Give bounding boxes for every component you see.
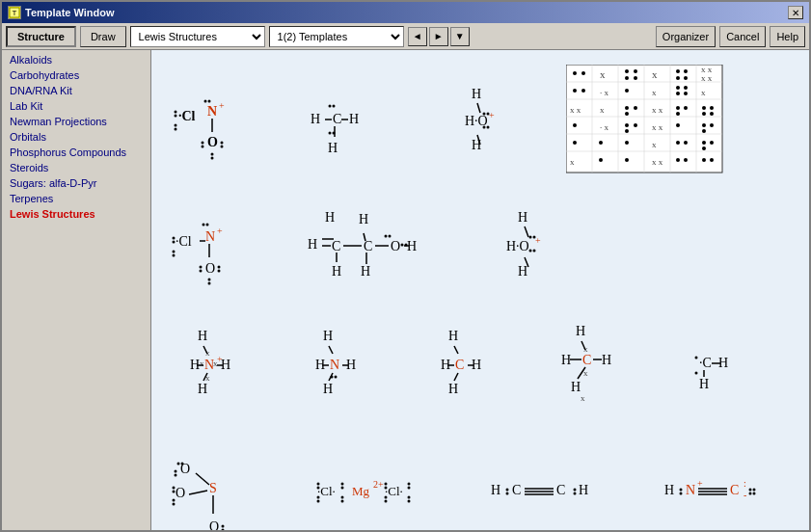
organizer-button[interactable]: Organizer (656, 26, 716, 47)
sidebar-item-alkaloids[interactable]: Alkaloids (2, 52, 150, 67)
svg-point-243 (341, 496, 344, 499)
svg-text:-: - (743, 490, 746, 500)
svg-point-117 (173, 241, 176, 244)
molecule-so3[interactable]: O S O O (171, 435, 267, 530)
svg-point-250 (385, 496, 388, 499)
svg-point-211 (695, 357, 698, 359)
svg-point-57 (634, 76, 637, 80)
svg-text:x x: x x (652, 122, 663, 132)
svg-text:N: N (207, 104, 217, 119)
svg-text:H: H (472, 138, 481, 152)
svg-point-240 (317, 500, 320, 503)
svg-point-5 (175, 123, 177, 126)
template-count-dropdown[interactable]: 1(2) Templates (269, 26, 404, 47)
svg-point-248 (385, 483, 388, 486)
molecule-cln[interactable]: ·Cl N + O (171, 77, 248, 167)
molecule-hcch[interactable]: H C C H (489, 464, 614, 515)
svg-point-81 (676, 106, 680, 110)
svg-text:+: + (217, 226, 223, 236)
down-arrow[interactable]: ▼ (450, 27, 470, 46)
molecule-hch[interactable]: C H H H (296, 77, 383, 167)
svg-point-82 (684, 106, 688, 110)
svg-point-35 (483, 125, 486, 128)
molecule-row-2: ·Cl N + O (161, 193, 799, 302)
sidebar-item-sugars[interactable]: Sugars: alfa-D-Pyr (2, 175, 150, 191)
svg-point-66 (581, 89, 585, 93)
sidebar-item-dna[interactable]: DNA/RNA Kit (2, 83, 150, 98)
cancel-button[interactable]: Cancel (719, 26, 766, 47)
svg-point-119 (173, 254, 176, 257)
sidebar-item-labkit[interactable]: Lab Kit (2, 98, 150, 114)
molecule-ch4[interactable]: H H C H H (421, 321, 499, 411)
svg-point-14 (221, 141, 224, 144)
svg-point-145 (401, 244, 404, 247)
svg-text:H: H (664, 483, 674, 497)
svg-point-118 (173, 251, 176, 253)
toolbar: Structure Draw Lewis Structures 1(2) Tem… (2, 23, 809, 50)
svg-point-97 (702, 129, 706, 133)
molecule-nh3[interactable]: H H N H H (296, 321, 373, 411)
svg-point-227 (173, 503, 176, 506)
sidebar-item-lewis[interactable]: Lewis Structures (2, 206, 150, 222)
draw-tab[interactable]: Draw (80, 26, 126, 47)
svg-line-162 (525, 226, 528, 237)
svg-point-62 (684, 76, 688, 80)
svg-text:H: H (332, 264, 341, 279)
help-button[interactable]: Help (770, 26, 805, 47)
close-button[interactable]: ✕ (788, 6, 803, 19)
navigation-arrows: ◄ ► ▼ (408, 27, 470, 46)
molecule-clmgcl[interactable]: ·Cl· Mg 2+ ·Cl· (315, 459, 441, 519)
template-dropdown[interactable]: Lewis Structures (130, 26, 265, 47)
electron-grid[interactable]: x x x x x x (566, 65, 725, 178)
svg-point-6 (175, 127, 177, 130)
molecule-nh4[interactable]: H H N + H x x x x H (171, 321, 248, 411)
svg-point-255 (408, 500, 411, 503)
sidebar-item-newman[interactable]: Newman Projections (2, 114, 150, 129)
svg-text:C: C (730, 483, 739, 497)
svg-point-122 (203, 224, 205, 226)
sidebar-item-phosphorus[interactable]: Phosphorus Compounds (2, 145, 150, 160)
molecule-ch3[interactable]: H H C H x x H x (547, 316, 634, 415)
svg-text:H: H (472, 87, 481, 101)
svg-point-102 (676, 141, 680, 145)
svg-text:O: O (391, 239, 400, 253)
prev-arrow[interactable]: ◄ (408, 27, 427, 46)
svg-text:H·O: H·O (506, 239, 529, 253)
svg-point-72 (676, 92, 680, 95)
next-arrow[interactable]: ► (429, 27, 448, 46)
svg-text:·C: ·C (699, 356, 712, 370)
svg-text:H: H (448, 329, 458, 343)
molecule-water[interactable]: H H·O + H (431, 77, 518, 167)
svg-point-114 (710, 158, 714, 162)
svg-point-129 (208, 279, 211, 281)
svg-text:H: H (311, 112, 320, 126)
sidebar-item-carbohydrates[interactable]: Carbohydrates (2, 67, 150, 83)
svg-point-280 (753, 489, 756, 492)
svg-point-13 (202, 145, 204, 147)
svg-text:+: + (489, 110, 495, 120)
svg-text:H: H (361, 264, 370, 279)
svg-text:H: H (325, 210, 335, 225)
svg-text:x x: x x (701, 73, 713, 83)
svg-point-71 (684, 86, 688, 90)
sidebar-item-terpenes[interactable]: Terpenes (2, 191, 150, 206)
molecule-ho2[interactable]: H H·O + H (479, 202, 566, 292)
content-area[interactable]: ·Cl N + O (151, 50, 809, 530)
svg-text:H: H (491, 483, 500, 497)
svg-point-254 (408, 496, 411, 499)
sidebar-item-orbitals[interactable]: Orbitals (2, 129, 150, 145)
svg-point-78 (634, 106, 637, 110)
svg-point-77 (625, 106, 629, 110)
svg-point-59 (676, 69, 680, 73)
molecule-cln2[interactable]: ·Cl N + O (171, 198, 257, 297)
svg-point-257 (506, 489, 509, 492)
molecule-ch[interactable]: ·C H H (682, 321, 740, 411)
sidebar-item-steroids[interactable]: Steroids (2, 160, 150, 175)
molecule-hnc[interactable]: H N + C : - (662, 464, 788, 515)
svg-point-61 (676, 76, 680, 80)
molecule-hcco[interactable]: H H C C H (306, 202, 431, 292)
svg-point-56 (625, 76, 629, 80)
svg-point-91 (634, 123, 637, 127)
structure-tab[interactable]: Structure (6, 26, 76, 47)
svg-text:N: N (686, 483, 695, 497)
